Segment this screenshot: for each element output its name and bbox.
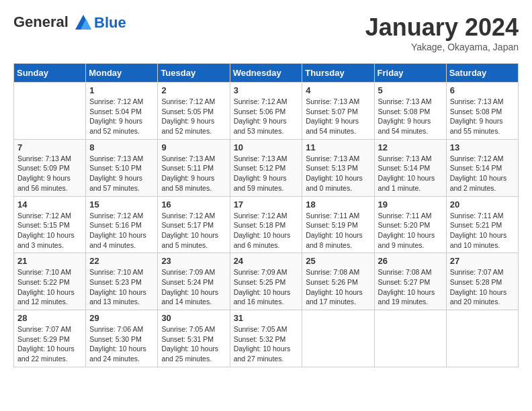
day-number: 24 (234, 256, 299, 266)
calendar-cell: 26Sunrise: 7:08 AM Sunset: 5:27 PM Dayli… (374, 253, 446, 310)
day-number: 26 (378, 256, 443, 266)
day-info: Sunrise: 7:09 AM Sunset: 5:24 PM Dayligh… (161, 267, 226, 307)
calendar-cell: 4Sunrise: 7:13 AM Sunset: 5:07 PM Daylig… (302, 83, 374, 140)
day-info: Sunrise: 7:11 AM Sunset: 5:21 PM Dayligh… (450, 211, 515, 250)
calendar-cell: 30Sunrise: 7:05 AM Sunset: 5:31 PM Dayli… (158, 310, 230, 367)
calendar-cell: 31Sunrise: 7:05 AM Sunset: 5:32 PM Dayli… (230, 310, 302, 367)
day-number: 28 (17, 313, 82, 323)
calendar-cell: 14Sunrise: 7:12 AM Sunset: 5:15 PM Dayli… (14, 196, 86, 253)
day-number: 2 (161, 85, 226, 95)
calendar-table: SundayMondayTuesdayWednesdayThursdayFrid… (13, 63, 519, 367)
calendar-cell (374, 310, 446, 367)
month-title: January 2024 (365, 13, 519, 42)
day-info: Sunrise: 7:13 AM Sunset: 5:08 PM Dayligh… (450, 97, 515, 136)
calendar-cell: 25Sunrise: 7:08 AM Sunset: 5:26 PM Dayli… (302, 253, 374, 310)
calendar-cell (446, 310, 518, 367)
weekday-header-thursday: Thursday (302, 64, 374, 83)
calendar-cell: 6Sunrise: 7:13 AM Sunset: 5:08 PM Daylig… (446, 83, 518, 140)
calendar-cell: 3Sunrise: 7:12 AM Sunset: 5:06 PM Daylig… (230, 83, 302, 140)
calendar-week-row: 21Sunrise: 7:10 AM Sunset: 5:22 PM Dayli… (14, 253, 519, 310)
calendar-cell: 5Sunrise: 7:13 AM Sunset: 5:08 PM Daylig… (374, 83, 446, 140)
day-info: Sunrise: 7:05 AM Sunset: 5:31 PM Dayligh… (161, 324, 226, 364)
calendar-cell: 28Sunrise: 7:07 AM Sunset: 5:29 PM Dayli… (14, 310, 86, 367)
day-info: Sunrise: 7:12 AM Sunset: 5:17 PM Dayligh… (161, 211, 226, 250)
calendar-cell: 23Sunrise: 7:09 AM Sunset: 5:24 PM Dayli… (158, 253, 230, 310)
day-info: Sunrise: 7:12 AM Sunset: 5:15 PM Dayligh… (17, 211, 82, 250)
day-info: Sunrise: 7:13 AM Sunset: 5:14 PM Dayligh… (378, 154, 443, 193)
logo-icon (74, 13, 93, 32)
day-info: Sunrise: 7:13 AM Sunset: 5:13 PM Dayligh… (306, 154, 370, 193)
day-number: 20 (450, 199, 515, 210)
calendar-cell: 19Sunrise: 7:11 AM Sunset: 5:20 PM Dayli… (374, 196, 446, 253)
day-number: 12 (378, 142, 443, 152)
calendar-week-row: 1Sunrise: 7:12 AM Sunset: 5:04 PM Daylig… (14, 83, 519, 140)
day-number: 30 (161, 313, 226, 323)
day-number: 21 (17, 256, 82, 266)
calendar-cell: 27Sunrise: 7:07 AM Sunset: 5:28 PM Dayli… (446, 253, 518, 310)
calendar-cell: 8Sunrise: 7:13 AM Sunset: 5:10 PM Daylig… (86, 139, 158, 196)
day-info: Sunrise: 7:10 AM Sunset: 5:23 PM Dayligh… (89, 267, 154, 307)
calendar-cell: 16Sunrise: 7:12 AM Sunset: 5:17 PM Dayli… (158, 196, 230, 253)
day-number: 6 (450, 85, 515, 95)
day-number: 15 (89, 199, 154, 210)
weekday-header-saturday: Saturday (446, 64, 518, 83)
weekday-header-monday: Monday (86, 64, 158, 83)
day-number: 16 (161, 199, 226, 210)
title-block: January 2024 Yakage, Okayama, Japan (365, 13, 519, 52)
calendar-cell: 29Sunrise: 7:06 AM Sunset: 5:30 PM Dayli… (86, 310, 158, 367)
day-number: 19 (378, 199, 443, 210)
day-number: 23 (161, 256, 226, 266)
day-info: Sunrise: 7:13 AM Sunset: 5:08 PM Dayligh… (378, 97, 443, 136)
day-info: Sunrise: 7:05 AM Sunset: 5:32 PM Dayligh… (234, 324, 299, 364)
location: Yakage, Okayama, Japan (365, 42, 519, 52)
day-info: Sunrise: 7:12 AM Sunset: 5:04 PM Dayligh… (89, 97, 154, 136)
day-number: 13 (450, 142, 515, 152)
calendar-cell: 2Sunrise: 7:12 AM Sunset: 5:05 PM Daylig… (158, 83, 230, 140)
day-number: 14 (17, 199, 82, 210)
calendar-cell: 11Sunrise: 7:13 AM Sunset: 5:13 PM Dayli… (302, 139, 374, 196)
calendar-cell: 22Sunrise: 7:10 AM Sunset: 5:23 PM Dayli… (86, 253, 158, 310)
weekday-header-wednesday: Wednesday (230, 64, 302, 83)
day-info: Sunrise: 7:06 AM Sunset: 5:30 PM Dayligh… (89, 324, 154, 364)
day-number: 29 (89, 313, 154, 323)
day-info: Sunrise: 7:12 AM Sunset: 5:18 PM Dayligh… (234, 211, 299, 250)
calendar-week-row: 7Sunrise: 7:13 AM Sunset: 5:09 PM Daylig… (14, 139, 519, 196)
calendar-cell: 9Sunrise: 7:13 AM Sunset: 5:11 PM Daylig… (158, 139, 230, 196)
calendar-cell: 17Sunrise: 7:12 AM Sunset: 5:18 PM Dayli… (230, 196, 302, 253)
day-number: 5 (378, 85, 443, 95)
day-number: 7 (17, 142, 82, 152)
calendar-cell: 10Sunrise: 7:13 AM Sunset: 5:12 PM Dayli… (230, 139, 302, 196)
weekday-header-tuesday: Tuesday (158, 64, 230, 83)
day-info: Sunrise: 7:09 AM Sunset: 5:25 PM Dayligh… (234, 267, 299, 307)
page-header: General Blue January 2024 Yakage, Okayam… (13, 13, 519, 52)
day-info: Sunrise: 7:13 AM Sunset: 5:12 PM Dayligh… (234, 154, 299, 193)
day-info: Sunrise: 7:11 AM Sunset: 5:20 PM Dayligh… (378, 211, 443, 250)
day-info: Sunrise: 7:13 AM Sunset: 5:11 PM Dayligh… (161, 154, 226, 193)
logo-text-general: General (13, 13, 69, 30)
day-info: Sunrise: 7:12 AM Sunset: 5:06 PM Dayligh… (234, 97, 299, 136)
day-number: 22 (89, 256, 154, 266)
day-info: Sunrise: 7:12 AM Sunset: 5:14 PM Dayligh… (450, 154, 515, 193)
calendar-cell: 1Sunrise: 7:12 AM Sunset: 5:04 PM Daylig… (86, 83, 158, 140)
calendar-cell: 15Sunrise: 7:12 AM Sunset: 5:16 PM Dayli… (86, 196, 158, 253)
day-info: Sunrise: 7:08 AM Sunset: 5:27 PM Dayligh… (378, 267, 443, 307)
calendar-cell (302, 310, 374, 367)
logo-text-blue: Blue (94, 14, 126, 32)
day-number: 31 (234, 313, 299, 323)
day-number: 1 (89, 85, 154, 95)
weekday-header-sunday: Sunday (14, 64, 86, 83)
day-number: 25 (306, 256, 370, 266)
calendar-cell: 12Sunrise: 7:13 AM Sunset: 5:14 PM Dayli… (374, 139, 446, 196)
day-info: Sunrise: 7:12 AM Sunset: 5:05 PM Dayligh… (161, 97, 226, 136)
day-info: Sunrise: 7:12 AM Sunset: 5:16 PM Dayligh… (89, 211, 154, 250)
day-info: Sunrise: 7:13 AM Sunset: 5:09 PM Dayligh… (17, 154, 82, 193)
calendar-cell (14, 83, 86, 140)
calendar-header-row: SundayMondayTuesdayWednesdayThursdayFrid… (14, 64, 519, 83)
calendar-week-row: 28Sunrise: 7:07 AM Sunset: 5:29 PM Dayli… (14, 310, 519, 367)
logo: General Blue (13, 13, 126, 32)
calendar-cell: 24Sunrise: 7:09 AM Sunset: 5:25 PM Dayli… (230, 253, 302, 310)
day-number: 17 (234, 199, 299, 210)
calendar-cell: 13Sunrise: 7:12 AM Sunset: 5:14 PM Dayli… (446, 139, 518, 196)
day-info: Sunrise: 7:08 AM Sunset: 5:26 PM Dayligh… (306, 267, 370, 307)
day-info: Sunrise: 7:13 AM Sunset: 5:10 PM Dayligh… (89, 154, 154, 193)
